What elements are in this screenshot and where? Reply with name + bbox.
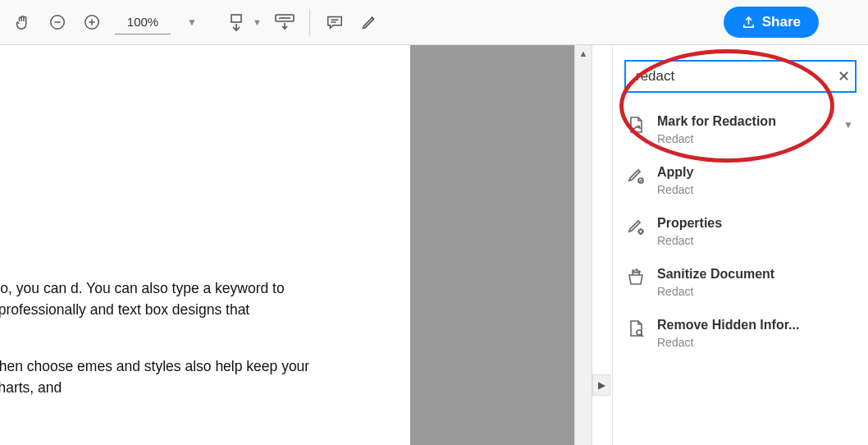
- tool-result-text: ApplyRedact: [657, 165, 853, 196]
- tool-result-icon: [626, 268, 646, 287]
- tools-search-input[interactable]: [624, 60, 857, 93]
- toolbar-separator: [309, 9, 310, 35]
- zoom-level-input[interactable]: 100%: [115, 10, 171, 34]
- pan-hand-icon[interactable]: [8, 7, 38, 37]
- document-paragraph: ler, and sidebar. Click Insert and then …: [0, 356, 312, 398]
- highlight-icon[interactable]: [354, 7, 384, 37]
- content-area: point. When you click Online Video, you …: [0, 45, 868, 445]
- svg-point-13: [639, 230, 643, 234]
- share-icon: [742, 16, 756, 30]
- panel-collapse-toggle[interactable]: ▶: [592, 374, 610, 396]
- vertical-scrollbar[interactable]: ▲: [574, 45, 592, 445]
- fit-width-icon[interactable]: [222, 7, 251, 37]
- zoom-out-icon[interactable]: [43, 7, 72, 37]
- scroll-up-arrow-icon[interactable]: ▲: [575, 45, 592, 62]
- tool-result-text: Mark for RedactionRedact: [657, 114, 832, 145]
- tool-result-text: Remove Hidden Infor...Redact: [657, 318, 853, 349]
- tools-search-panel: ✕ Mark for RedactionRedact▼ApplyRedactPr…: [612, 45, 868, 445]
- tool-result-title: Apply: [657, 165, 853, 180]
- document-paragraph: point. When you click Online Video, you …: [0, 278, 312, 342]
- tool-result-item[interactable]: Sanitize DocumentRedact: [624, 257, 857, 308]
- tool-result-text: PropertiesRedact: [657, 216, 853, 247]
- tool-result-icon: [626, 217, 646, 236]
- svg-point-17: [637, 330, 642, 335]
- tool-result-title: Sanitize Document: [657, 267, 853, 282]
- tool-result-category: Redact: [657, 132, 832, 145]
- share-button-label: Share: [762, 14, 801, 30]
- tool-result-text: Sanitize DocumentRedact: [657, 267, 853, 298]
- zoom-level-text: 100%: [127, 15, 158, 29]
- tool-result-category: Redact: [657, 183, 853, 196]
- tool-result-icon: [626, 166, 646, 186]
- page-display-icon[interactable]: [270, 7, 299, 37]
- tool-result-category: Redact: [657, 234, 853, 247]
- tool-result-icon: [626, 115, 646, 135]
- tool-result-item[interactable]: PropertiesRedact: [624, 206, 857, 257]
- document-text: point. When you click Online Video, you …: [0, 278, 312, 414]
- tool-result-item[interactable]: Mark for RedactionRedact▼: [624, 104, 857, 155]
- tool-result-category: Redact: [657, 285, 853, 298]
- svg-point-15: [636, 269, 637, 271]
- search-field-wrapper: ✕: [624, 60, 857, 93]
- comment-icon[interactable]: [320, 7, 349, 37]
- zoom-dropdown-caret-icon[interactable]: ▼: [187, 16, 197, 28]
- document-viewport[interactable]: point. When you click Online Video, you …: [0, 45, 410, 445]
- toolbar: 100% ▼ ▼ Share: [0, 0, 868, 45]
- tool-result-title: Remove Hidden Infor...: [657, 318, 853, 333]
- tool-result-icon: [626, 319, 646, 338]
- svg-point-16: [638, 271, 640, 273]
- document-gutter: ▲: [410, 45, 574, 445]
- svg-point-14: [633, 270, 634, 272]
- tool-result-title: Mark for Redaction: [657, 114, 832, 129]
- clear-search-icon[interactable]: ✕: [838, 67, 850, 85]
- tool-result-category: Redact: [657, 336, 853, 349]
- fit-dropdown-caret-icon[interactable]: ▼: [253, 17, 262, 27]
- svg-rect-5: [231, 15, 241, 22]
- tool-result-item[interactable]: Remove Hidden Infor...Redact: [624, 308, 857, 359]
- tool-result-title: Properties: [657, 216, 853, 231]
- result-dropdown-caret-icon[interactable]: ▼: [843, 119, 853, 131]
- zoom-in-icon[interactable]: [77, 7, 107, 37]
- tool-result-item[interactable]: ApplyRedact: [624, 155, 857, 206]
- share-button[interactable]: Share: [724, 7, 819, 38]
